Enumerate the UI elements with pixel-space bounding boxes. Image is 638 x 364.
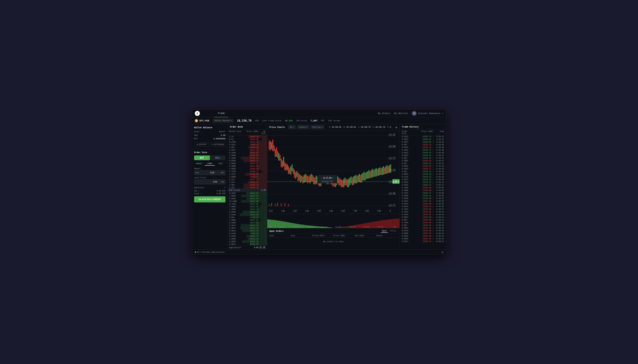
sell-order-row: 0.132 10337.35 - [228, 178, 267, 181]
price-label: Last trade price [262, 120, 281, 122]
svg-text:300: 300 [393, 226, 396, 228]
svg-rect-129 [271, 203, 272, 206]
trade-history-row: 0.2933 10339.25 ↗ 9:49:06 [400, 192, 446, 194]
agg-increase-button[interactable]: + [263, 246, 266, 249]
pair-name: BTC-USD [200, 119, 209, 122]
market-pair: ₿ BTC-USD [195, 119, 209, 122]
select-market-button[interactable]: Select Market ▾ [213, 119, 234, 122]
buy-order-row: 0.1000 10327.25 - [228, 222, 267, 224]
limit-price-input[interactable] [196, 180, 217, 183]
max-label[interactable]: Max [196, 172, 199, 174]
buy-order-row: 0.6168 10326.30 - [228, 232, 267, 235]
svg-rect-121 [383, 166, 384, 175]
user-menu[interactable]: SN Satoshi Nakamoto ▾ [412, 111, 443, 116]
open-orders-fills-tab[interactable]: Fills [389, 229, 397, 233]
timeframe-selector[interactable]: 5m ▾ [288, 125, 296, 129]
svg-text:$10,230: $10,230 [293, 226, 299, 228]
buy-order-row: 1.2904 10329.35 - [228, 208, 267, 211]
buy-order-row: 1.0000 10327.95 - [228, 219, 267, 222]
svg-text:9/13: 9/13 [269, 210, 273, 213]
svg-rect-114 [375, 169, 375, 176]
svg-text:6:00: 6:00 [341, 210, 345, 213]
svg-rect-125 [388, 166, 389, 173]
svg-rect-96 [353, 176, 354, 185]
my-wallets-link[interactable]: My Wallets [394, 112, 408, 115]
svg-text:5:00: 5:00 [329, 210, 333, 213]
trade-history-row: 0.0024 10329.43 ↗ 9:49:01 [400, 205, 446, 208]
sell-order-row: 0.1000 10342.65 - [228, 157, 267, 160]
sell-order-row: 5.601 10336.30 - [228, 186, 267, 188]
svg-rect-58 [307, 176, 308, 183]
settings-icon[interactable]: ⚙ [442, 251, 443, 254]
trade-history-row: 0.0048 10332.95 ↗ 9:48:28 [400, 232, 446, 235]
sell-order-row: 0.2999 10344.35 - [228, 140, 267, 143]
agg-decrease-button[interactable]: − [259, 246, 262, 249]
asset-table-header: Asset Amount [194, 130, 225, 132]
left-panel: Wallet Balance Asset Amount USD 0.00 BTC… [192, 124, 228, 250]
buy-order-row: 1.0000 10325.45 - [228, 238, 267, 240]
overlay-selector[interactable]: Overlay ▾ [311, 125, 324, 129]
stop-order-tab[interactable]: STOP [215, 162, 225, 166]
deposit-button[interactable]: ⊕ DEPOSIT [194, 142, 209, 147]
buy-tab[interactable]: BUY [194, 156, 210, 160]
nav-tab-trade[interactable]: Trade [214, 110, 228, 117]
svg-rect-106 [365, 173, 366, 180]
buy-order-row: 0.4045 10335.05 - [228, 192, 267, 194]
svg-rect-51 [299, 174, 300, 181]
svg-rect-91 [347, 180, 348, 187]
trade-history-row: 0.007 10338.42 ↗ 9:49:35 [400, 162, 446, 165]
svg-rect-119 [381, 168, 381, 175]
my-orders-link[interactable]: My Orders [378, 112, 390, 115]
svg-rect-48 [295, 172, 296, 179]
svg-rect-63 [313, 176, 314, 184]
svg-text:$10,330: $10,330 [321, 226, 327, 228]
svg-rect-56 [305, 174, 306, 182]
svg-rect-44 [291, 166, 291, 175]
svg-rect-39 [284, 162, 285, 170]
trade-history-row: 0.001 10338.42 ↗ 9:49:26 [400, 170, 446, 173]
trade-history-row: 0.0083 10331.02 ↗ 9:48:43 [400, 226, 446, 229]
svg-rect-132 [281, 204, 282, 206]
sell-order-row: 2.0000 10341.95 - [228, 162, 267, 165]
trade-history-row: 0.1667 10333.60 ↗ 9:48:57 [400, 208, 446, 210]
svg-rect-133 [284, 203, 285, 206]
limit-price-inner [194, 180, 221, 184]
trade-history-title: Trade History [400, 124, 446, 130]
withdraw-button[interactable]: ⊖ WITHDRAW [211, 142, 226, 147]
chart-canvas-area: $10,425 $10,400 $10,375 $10,350 $10,325 … [267, 130, 399, 214]
svg-rect-124 [387, 165, 387, 174]
svg-rect-110 [370, 171, 371, 178]
trade-history-row: 0.0027 10338.63 ↗ 9:49:20 [400, 178, 446, 181]
advanced-toggle[interactable]: Advanced ▾ [194, 186, 225, 190]
asset-row-usd: USD 0.00 [194, 134, 225, 137]
svg-text:2:00: 2:00 [293, 210, 297, 213]
svg-rect-130 [275, 204, 275, 206]
svg-rect-103 [361, 174, 362, 182]
chart-type-selector[interactable]: Candle ▾ [297, 125, 309, 129]
svg-rect-53 [301, 176, 302, 182]
limit-order-tab[interactable]: LIMIT [205, 162, 215, 166]
trade-history-panel: Trade History Trade Size Price (USD) Tim… [399, 124, 446, 250]
sell-tab[interactable]: SELL [210, 156, 226, 160]
svg-text:1C: 1C [389, 210, 391, 213]
svg-rect-86 [341, 180, 342, 187]
buy-order-row: 0.0500 10325.75 - [228, 235, 267, 238]
amount-input[interactable] [200, 172, 214, 174]
open-orders-open-tab[interactable]: Open [381, 229, 388, 233]
trade-history-row: 0.0045 10339.33 ↗ 9:49:13 [400, 184, 446, 186]
market-order-tab[interactable]: MARKET [194, 162, 204, 166]
svg-text:4:00: 4:00 [317, 210, 321, 213]
chart-forward-icon[interactable]: ▶ [396, 126, 397, 128]
chevron-down-icon: ▾ [306, 126, 308, 128]
trade-history-row: 0.0054 10338.46 ↗ 9:49:20 [400, 173, 446, 176]
svg-rect-37 [282, 160, 283, 167]
trade-history-row: 0.0023 10333.00 ↗ 9:48:53 [400, 216, 446, 218]
svg-rect-54 [303, 176, 303, 183]
svg-rect-64 [315, 178, 315, 184]
trade-history-row: 0.1821 10337.02 ↗ 9:49:02 [400, 200, 446, 202]
logo-icon[interactable]: C [195, 111, 200, 116]
place-buy-order-button[interactable]: PLACE BUY ORDER [194, 196, 225, 202]
sell-order-row: 3.000 10336.35 - [228, 184, 267, 186]
trade-history-row: 0.1094 10332.96 ↗ 9:48:53 [400, 221, 446, 224]
svg-text:$10,400: $10,400 [389, 145, 395, 148]
